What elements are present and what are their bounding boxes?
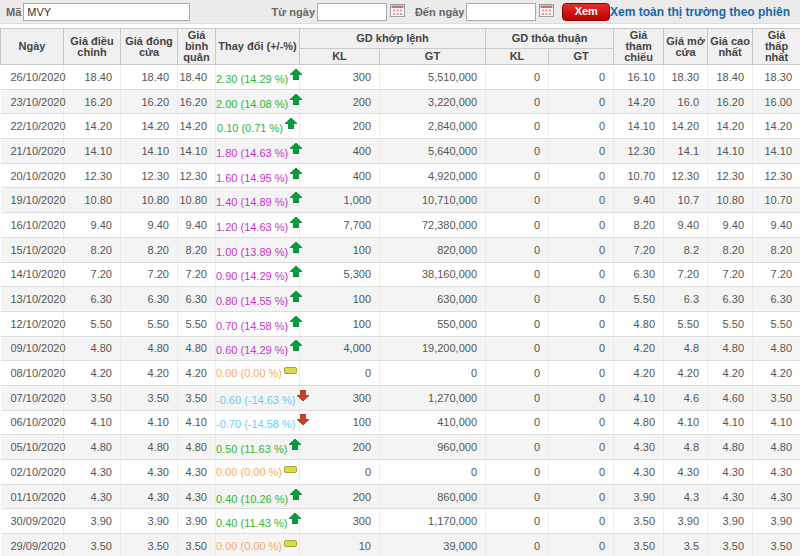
matched-volume-cell: 400: [300, 139, 380, 164]
low-price-cell: 14.20: [753, 114, 800, 139]
negotiated-value-cell: 0: [549, 262, 614, 287]
matched-volume-cell: 100: [300, 311, 380, 336]
reference-price-cell: 8.20: [614, 213, 664, 238]
negotiated-volume-cell: 0: [486, 139, 549, 164]
reference-price-cell: 12.30: [614, 139, 664, 164]
header-negotiated-volume: KL: [486, 48, 549, 64]
adjusted-price-cell: 6.30: [64, 287, 121, 312]
table-row: 30/09/2020 3.90 3.90 3.90 0.40 (11.43 %)…: [1, 509, 800, 534]
average-price-cell: 4.80: [178, 336, 216, 361]
close-price-cell: 5.50: [121, 311, 178, 336]
average-price-cell: 10.80: [178, 188, 216, 213]
high-price-cell: 4.80: [708, 336, 753, 361]
reference-price-cell: 14.20: [614, 89, 664, 114]
change-value: 0.10 (0.71 %): [217, 122, 283, 134]
high-price-cell: 12.30: [708, 163, 753, 188]
change-value: 0.00 (0.00 %): [216, 466, 282, 478]
reference-price-cell: 7.20: [614, 237, 664, 262]
table-row: 29/09/2020 3.50 3.50 3.50 0.00 (0.00 %) …: [1, 534, 800, 556]
up-trend-icon: [288, 221, 302, 233]
negotiated-volume-cell: 0: [486, 534, 549, 556]
negotiated-value-cell: 0: [549, 65, 614, 90]
matched-volume-cell: 10: [300, 534, 380, 556]
negotiated-value-cell: 0: [549, 89, 614, 114]
reference-price-cell: 4.10: [614, 385, 664, 410]
high-price-cell: 14.20: [708, 114, 753, 139]
matched-volume-cell: 300: [300, 385, 380, 410]
up-trend-icon: [288, 493, 302, 505]
calendar-icon[interactable]: [539, 4, 554, 19]
change-cell: 1.00 (13.89 %): [216, 237, 300, 262]
change-cell: 2.00 (14.08 %): [216, 89, 300, 114]
flat-trend-icon: [282, 466, 297, 478]
market-overview-link[interactable]: Xem toàn thị trường theo phiên: [610, 5, 790, 19]
adjusted-price-cell: 4.20: [64, 361, 121, 386]
date-cell: 26/10/2020: [1, 65, 64, 90]
open-price-cell: 14.20: [664, 114, 708, 139]
matched-volume-cell: 100: [300, 237, 380, 262]
low-price-cell: 12.30: [753, 163, 800, 188]
negotiated-value-cell: 0: [549, 484, 614, 509]
flat-trend-icon: [282, 540, 297, 552]
change-cell: 2.30 (14.29 %): [216, 65, 300, 90]
negotiated-value-cell: 0: [549, 114, 614, 139]
matched-volume-cell: 7,700: [300, 213, 380, 238]
stock-code-input[interactable]: [23, 3, 190, 21]
negotiated-volume-cell: 0: [486, 237, 549, 262]
reference-price-cell: 10.70: [614, 163, 664, 188]
to-date-label: Đến ngày: [415, 6, 465, 18]
adjusted-price-cell: 7.20: [64, 262, 121, 287]
change-value: 0.70 (14.58 %): [216, 320, 288, 332]
high-price-cell: 18.40: [708, 65, 753, 90]
negotiated-volume-cell: 0: [486, 336, 549, 361]
from-date-input[interactable]: [317, 3, 387, 21]
low-price-cell: 6.30: [753, 287, 800, 312]
down-trend-icon: [295, 394, 309, 406]
date-cell: 15/10/2020: [1, 237, 64, 262]
adjusted-price-cell: 12.30: [64, 163, 121, 188]
header-matched-volume: KL: [300, 48, 380, 64]
negotiated-value-cell: 0: [549, 237, 614, 262]
negotiated-value-cell: 0: [549, 188, 614, 213]
close-price-cell: 16.20: [121, 89, 178, 114]
average-price-cell: 4.30: [178, 484, 216, 509]
view-button[interactable]: Xem: [562, 3, 610, 21]
matched-value-cell: 860,000: [380, 484, 486, 509]
date-cell: 02/10/2020: [1, 460, 64, 485]
close-price-cell: 14.20: [121, 114, 178, 139]
low-price-cell: 4.20: [753, 361, 800, 386]
negotiated-volume-cell: 0: [486, 114, 549, 139]
matched-volume-cell: 1,000: [300, 188, 380, 213]
negotiated-value-cell: 0: [549, 460, 614, 485]
close-price-cell: 7.20: [121, 262, 178, 287]
calendar-icon[interactable]: [390, 4, 405, 19]
change-value: 0.90 (14.29 %): [216, 270, 288, 282]
matched-volume-cell: 100: [300, 287, 380, 312]
average-price-cell: 3.50: [178, 534, 216, 556]
close-price-cell: 12.30: [121, 163, 178, 188]
header-adjusted-price: Giá điều chỉnh: [64, 29, 121, 65]
close-price-cell: 3.50: [121, 534, 178, 556]
matched-value-cell: 38,160,000: [380, 262, 486, 287]
adjusted-price-cell: 3.50: [64, 385, 121, 410]
open-price-cell: 4.10: [664, 410, 708, 435]
adjusted-price-cell: 10.80: [64, 188, 121, 213]
negotiated-value-cell: 0: [549, 336, 614, 361]
up-trend-icon: [288, 270, 302, 282]
change-cell: 0.40 (11.43 %): [216, 509, 300, 534]
low-price-cell: 18.30: [753, 65, 800, 90]
negotiated-volume-cell: 0: [486, 509, 549, 534]
close-price-cell: 4.30: [121, 484, 178, 509]
change-cell: 1.80 (14.63 %): [216, 139, 300, 164]
close-price-cell: 4.80: [121, 336, 178, 361]
low-price-cell: 16.00: [753, 89, 800, 114]
change-cell: 0.00 (0.00 %): [216, 361, 300, 386]
change-cell: -0.60 (-14.63 %): [216, 385, 300, 410]
up-trend-icon: [288, 246, 302, 258]
to-date-input[interactable]: [466, 3, 536, 21]
reference-price-cell: 4.80: [614, 311, 664, 336]
adjusted-price-cell: 4.30: [64, 460, 121, 485]
low-price-cell: 7.20: [753, 262, 800, 287]
average-price-cell: 4.80: [178, 435, 216, 460]
change-value: 1.40 (14.89 %): [216, 196, 288, 208]
